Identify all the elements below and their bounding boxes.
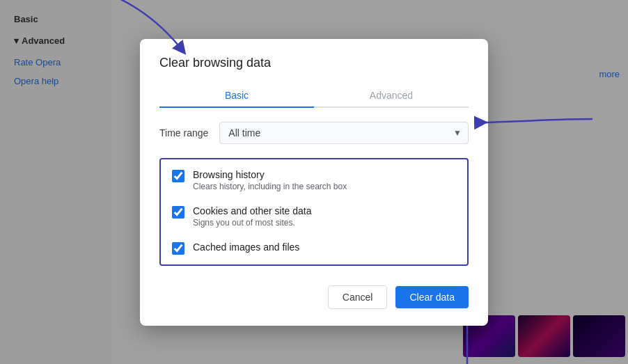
dialog-buttons: Cancel Clear data: [159, 285, 469, 309]
arrow-time-range: [474, 102, 599, 136]
checkbox-cached: Cached images and files: [161, 235, 467, 262]
browsing-history-label[interactable]: Browsing history: [193, 169, 347, 180]
cookies-label[interactable]: Cookies and other site data: [193, 205, 311, 216]
clear-data-button[interactable]: Clear data: [395, 286, 469, 308]
cached-checkbox[interactable]: [172, 242, 185, 255]
time-range-label: Time range: [159, 127, 208, 139]
arrow-basic-tab: [15, 0, 237, 56]
cookies-desc: Signs you out of most sites.: [193, 218, 311, 228]
cookies-checkbox[interactable]: [172, 206, 185, 219]
cached-label[interactable]: Cached images and files: [193, 242, 299, 253]
tab-basic[interactable]: Basic: [159, 84, 314, 106]
tab-advanced[interactable]: Advanced: [314, 84, 469, 106]
checkbox-browsing-history: Browsing history Clears history, includi…: [161, 162, 467, 198]
cancel-button[interactable]: Cancel: [328, 285, 388, 309]
checkbox-cookies: Cookies and other site data Signs you ou…: [161, 198, 467, 235]
time-range-select-wrapper: Last hour Last 24 hours Last 7 days Last…: [219, 122, 469, 144]
time-range-row: Time range Last hour Last 24 hours Last …: [159, 122, 469, 144]
dialog-tabs: Basic Advanced: [159, 84, 469, 108]
clear-data-dialog: Clear browsing data Basic Advanced Time …: [140, 39, 488, 326]
arrow-clear-button: [439, 319, 495, 365]
dialog-title: Clear browsing data: [159, 56, 469, 70]
browsing-history-checkbox[interactable]: [172, 170, 185, 182]
browsing-history-desc: Clears history, including in the search …: [193, 182, 347, 191]
checkboxes-container: Browsing history Clears history, includi…: [159, 158, 469, 266]
modal-overlay: Clear browsing data Basic Advanced Time …: [0, 0, 628, 364]
time-range-select[interactable]: Last hour Last 24 hours Last 7 days Last…: [219, 122, 469, 144]
